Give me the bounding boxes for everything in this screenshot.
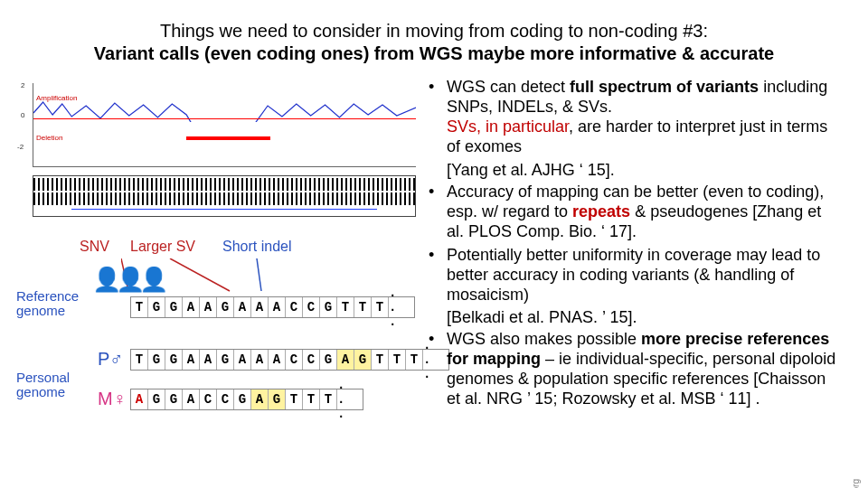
bullet-1: WGS can detect full spectrum of variants… bbox=[425, 78, 843, 157]
slide-title: Things we need to consider in moving fro… bbox=[0, 0, 868, 70]
credit-text: Lectures.GersteinLab.org bbox=[851, 479, 861, 488]
bullet-list-2: Accuracy of mapping can be better (even … bbox=[425, 183, 843, 305]
bullet-3: Potentially better uniformity in coverag… bbox=[425, 246, 843, 305]
maternal-sequence-row: AGGACCGAGTTT. . . bbox=[130, 389, 363, 410]
cnv-line-chart: 2 0 -2 bbox=[33, 83, 416, 167]
cnv-baseline bbox=[33, 118, 416, 119]
bullet-3-citation: [Belkadi et al. PNAS. ’ 15]. bbox=[447, 308, 843, 328]
title-line-2: Variant calls (even coding ones) from WG… bbox=[36, 42, 832, 65]
snv-label: SNV bbox=[80, 239, 109, 255]
personal-genome-label: Personal genome bbox=[16, 371, 89, 399]
cnv-signal-line bbox=[33, 95, 416, 126]
reference-genome-label: Reference genome bbox=[16, 289, 89, 318]
figures-column: 2 0 -2 Amplification Deletion S bbox=[13, 78, 420, 468]
maternal-symbol: M♀ bbox=[98, 389, 127, 409]
svg-line-2 bbox=[257, 258, 261, 291]
paternal-symbol: P♂ bbox=[98, 349, 123, 370]
title-line-1: Things we need to consider in moving fro… bbox=[36, 20, 832, 42]
bullet-2: Accuracy of mapping can be better (even … bbox=[425, 183, 843, 242]
deletion-label: Deletion bbox=[36, 134, 62, 142]
paternal-sequence-row: TGGAAGAAACCGAGTTT. . . bbox=[130, 349, 449, 371]
short-indel-label: Short indel bbox=[222, 239, 292, 255]
bullet-column: WGS can detect full spectrum of variants… bbox=[420, 78, 843, 468]
cnv-track-figure: 2 0 -2 Amplification Deletion bbox=[13, 78, 420, 222]
svg-line-1 bbox=[170, 258, 230, 291]
coverage-band bbox=[33, 175, 416, 217]
slide-content: 2 0 -2 Amplification Deletion S bbox=[0, 70, 868, 468]
bullet-1-citation: [Yang et al. AJHG ‘ 15]. bbox=[447, 161, 843, 181]
bullet-list-3: WGS also makes possible more precise ref… bbox=[425, 330, 843, 409]
larger-sv-label: Larger SV bbox=[130, 239, 195, 255]
amplification-label: Amplification bbox=[36, 94, 77, 102]
footer-credit: 5 - Lectures.GersteinLab.org bbox=[846, 479, 863, 488]
bullet-list: WGS can detect full spectrum of variants… bbox=[425, 78, 843, 157]
reference-sequence-row: TGGAAGAAACCGTTT. . . bbox=[130, 296, 415, 318]
genome-sequence-figure: SNV Larger SV Short indel Reference geno… bbox=[13, 233, 420, 468]
bullet-4: WGS also makes possible more precise ref… bbox=[425, 330, 843, 409]
population-icon: 👤👤👤 bbox=[92, 266, 163, 294]
cnv-deletion-segment bbox=[186, 136, 270, 140]
